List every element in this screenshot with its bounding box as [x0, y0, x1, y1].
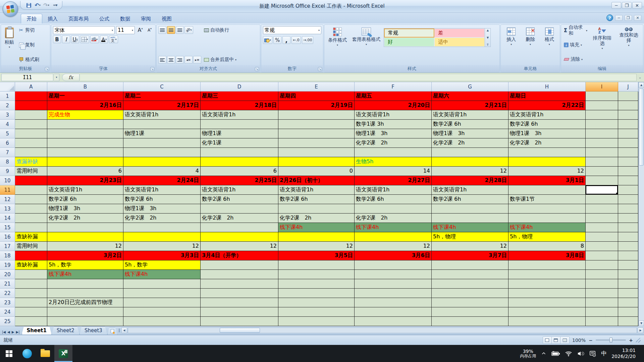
row-header-12[interactable]: 12	[0, 195, 15, 204]
cell-E10[interactable]: 2月26日（初十）	[278, 176, 355, 185]
cell-B6[interactable]	[47, 138, 123, 148]
scroll-left-button[interactable]: ◀	[121, 327, 127, 333]
cell-F21[interactable]	[355, 279, 432, 289]
cell-F1[interactable]: 星期五	[355, 92, 432, 101]
grow-font-button[interactable]: A▴	[136, 26, 144, 34]
last-sheet-button[interactable]: ▶|	[15, 330, 20, 334]
cell-G12[interactable]: 数学2课 6h	[432, 195, 508, 204]
row-header-19[interactable]: 19	[0, 260, 15, 270]
cell-F3[interactable]: 语文英语背1h	[355, 110, 432, 120]
row-header-4[interactable]: 4	[0, 120, 15, 129]
column-header-H[interactable]: H	[508, 82, 586, 92]
style-normal[interactable]: 常规	[384, 28, 434, 38]
cell-I6[interactable]	[586, 138, 618, 148]
cell-C18[interactable]: 3月3日	[123, 251, 201, 260]
cell-D15[interactable]	[201, 223, 278, 232]
insert-function-button[interactable]: fx	[62, 74, 79, 81]
cell-B20[interactable]: 线下课4h	[47, 270, 123, 279]
cell-F5[interactable]: 物理1课 3h	[355, 129, 432, 138]
zoom-level[interactable]: 100%	[572, 338, 586, 343]
comma-style-button[interactable]: ,	[282, 36, 290, 44]
cell-H20[interactable]	[508, 270, 586, 279]
cell-D14[interactable]: 化学2课 2h	[201, 214, 278, 223]
bold-button[interactable]: B	[53, 36, 61, 43]
cell-H25[interactable]	[508, 317, 586, 326]
row-header-5[interactable]: 5	[0, 129, 15, 138]
cell-B17[interactable]: 12	[47, 242, 123, 251]
cell-G15[interactable]: 线下课4h	[432, 223, 508, 232]
cell-D3[interactable]: 语文英语背1h	[201, 110, 278, 120]
office-button[interactable]	[3, 1, 18, 17]
column-header-J[interactable]: J	[618, 82, 638, 92]
cell-D1[interactable]: 星期三	[201, 92, 278, 101]
row-header-1[interactable]: 1	[0, 92, 15, 101]
cell-A16[interactable]: 查缺补漏	[15, 232, 47, 242]
tab-page-layout[interactable]: 页面布局	[63, 14, 94, 23]
gallery-up-button[interactable]: ▲	[485, 29, 490, 32]
style-good[interactable]: 好	[384, 38, 434, 47]
fill-button[interactable]: ↓填充▾	[563, 41, 588, 49]
scroll-right-button[interactable]: ▶	[638, 327, 643, 333]
tab-view[interactable]: 视图	[156, 14, 177, 23]
cell-E7[interactable]	[278, 148, 355, 157]
cell-D20[interactable]	[201, 270, 278, 279]
cell-C6[interactable]	[123, 138, 201, 148]
cell-E18[interactable]: 3月5日	[278, 251, 355, 260]
file-explorer-taskbar-button[interactable]	[36, 345, 54, 362]
column-header-D[interactable]: D	[201, 82, 278, 92]
row-header-9[interactable]: 9	[0, 167, 15, 176]
cell-F4[interactable]: 数学1课 3h	[355, 120, 432, 129]
tab-split-handle[interactable]: ∥	[118, 327, 121, 333]
next-sheet-button[interactable]: ▶	[11, 330, 15, 334]
style-neutral[interactable]: 适中	[434, 38, 485, 47]
cell-H18[interactable]: 3月8日	[508, 251, 586, 260]
row-header-3[interactable]: 3	[0, 110, 15, 120]
cell-J8[interactable]	[618, 157, 638, 167]
cell-C19[interactable]: 5h，数学	[123, 260, 201, 270]
cell-G10[interactable]: 2月28日	[432, 176, 508, 185]
shrink-font-button[interactable]: A▾	[146, 26, 154, 34]
fill-color-button[interactable]: ▾	[90, 36, 99, 43]
cell-F14[interactable]: 化学2课 2h	[355, 214, 432, 223]
cell-C2[interactable]: 2月17日	[123, 101, 201, 110]
cell-E23[interactable]	[278, 298, 355, 307]
cell-J13[interactable]	[618, 204, 638, 214]
cell-E12[interactable]: 数学2课 6h	[278, 195, 355, 204]
horizontal-scroll-thumb[interactable]	[220, 328, 260, 333]
cell-I5[interactable]	[586, 129, 618, 138]
align-center-button[interactable]	[167, 56, 175, 64]
cell-E8[interactable]	[278, 157, 355, 167]
page-layout-view-button[interactable]	[552, 337, 560, 344]
row-header-11[interactable]: 11	[0, 185, 15, 195]
zoom-slider-thumb[interactable]	[609, 338, 612, 343]
column-header-B[interactable]: B	[47, 82, 123, 92]
vertical-scrollbar[interactable]: ▲ ▼	[638, 82, 644, 326]
cell-I2[interactable]	[586, 101, 618, 110]
cell-C12[interactable]: 数学2课 6h	[123, 195, 201, 204]
zoom-out-button[interactable]: −	[588, 338, 593, 343]
cell-A1[interactable]	[15, 92, 47, 101]
cell-E9[interactable]: 0	[278, 167, 355, 176]
cell-F19[interactable]	[355, 260, 432, 270]
row-header-2[interactable]: 2	[0, 101, 15, 110]
cell-I11[interactable]	[586, 185, 618, 195]
cell-E22[interactable]	[278, 289, 355, 298]
cell-A17[interactable]: 需用时间	[15, 242, 47, 251]
paste-button[interactable]: 粘贴 ▾	[3, 26, 16, 64]
cell-G8[interactable]	[432, 157, 508, 167]
close-button[interactable]: ✕	[632, 2, 642, 9]
row-header-17[interactable]: 17	[0, 242, 15, 251]
cell-I19[interactable]	[586, 260, 618, 270]
cell-G9[interactable]: 12	[432, 167, 508, 176]
cell-G19[interactable]	[432, 260, 508, 270]
style-bad[interactable]: 差	[434, 28, 485, 38]
cell-G18[interactable]: 3月7日	[432, 251, 508, 260]
column-header-F[interactable]: F	[355, 82, 432, 92]
cell-A4[interactable]	[15, 120, 47, 129]
cell-I22[interactable]	[586, 289, 618, 298]
cell-F7[interactable]	[355, 148, 432, 157]
cell-C3[interactable]: 语文英语背1h	[123, 110, 201, 120]
cell-B12[interactable]: 数学2课 6h	[47, 195, 123, 204]
cell-F8[interactable]: 生物5h	[355, 157, 432, 167]
cell-H2[interactable]: 2月22日	[508, 101, 586, 110]
